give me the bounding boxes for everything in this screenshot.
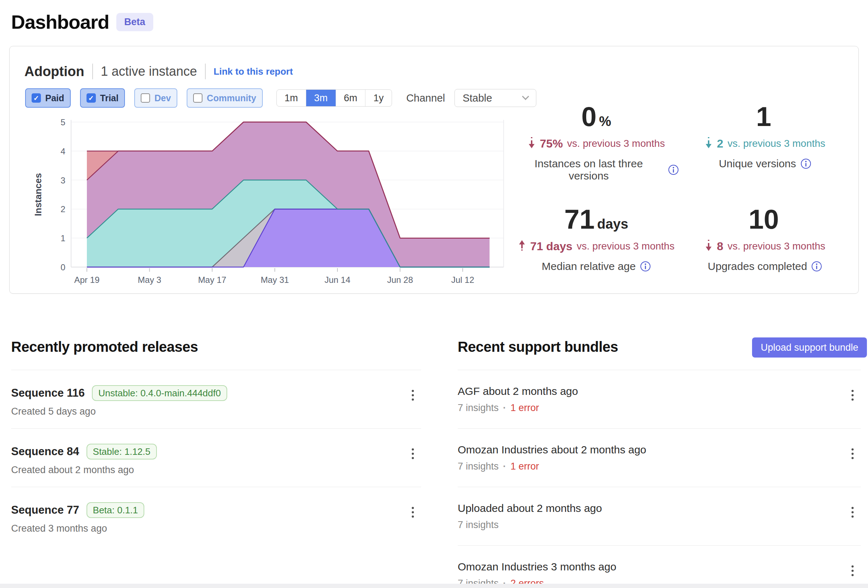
checkbox-icon: ✓ <box>32 93 41 103</box>
range-3m[interactable]: 3m <box>306 90 336 106</box>
bundle-row[interactable]: AGF about 2 months ago 7 insights · 1 er… <box>458 370 861 428</box>
channel-value: Stable <box>463 92 492 104</box>
bundle-row[interactable]: Omozan Industries about 2 months ago 7 i… <box>458 428 861 487</box>
stat-unique-versions: 1 2 vs. previous 3 months Unique version… <box>679 103 851 182</box>
range-6m[interactable]: 6m <box>336 90 365 106</box>
stat-unit: days <box>597 216 628 232</box>
stat-value: 71 <box>564 206 595 233</box>
time-range-selector: 1m 3m 6m 1y <box>276 89 392 106</box>
info-icon[interactable] <box>811 261 822 272</box>
kebab-menu[interactable] <box>408 504 418 520</box>
kebab-menu[interactable] <box>848 563 857 579</box>
bundle-row[interactable]: Omozan Industries 3 months ago 7 insight… <box>458 545 861 588</box>
stat-median-relative-age: 71 days 71 days vs. previous 3 months Me… <box>514 206 679 272</box>
trend-arrow-icon <box>528 137 536 151</box>
bundle-insights: 7 insights <box>458 461 499 472</box>
y-tick-label: 2 <box>61 204 65 214</box>
x-tick-label: May 17 <box>198 275 226 285</box>
link-to-report[interactable]: Link to this report <box>214 66 293 77</box>
stat-label: Instances on last three versions <box>514 158 664 182</box>
stat-trend: 8 vs. previous 3 months <box>679 239 851 253</box>
filter-chip-trial[interactable]: ✓ Trial <box>80 88 125 108</box>
adoption-card: Adoption 1 active instance Link to this … <box>9 46 859 294</box>
bundles-list: AGF about 2 months ago 7 insights · 1 er… <box>458 370 861 588</box>
release-row[interactable]: Sequence 116 Unstable: 0.4.0-main.444ddf… <box>11 370 421 428</box>
y-tick-label: 0 <box>61 262 65 272</box>
release-created: Created 3 months ago <box>11 523 421 534</box>
x-tick-label: Jul 12 <box>451 275 474 285</box>
info-icon[interactable] <box>668 164 679 175</box>
filter-chip-paid[interactable]: ✓ Paid <box>25 88 71 108</box>
release-title: Sequence 84 <box>11 445 79 458</box>
channel-label: Channel <box>406 92 445 104</box>
release-row[interactable]: Sequence 84 Stable: 1.12.5 Created about… <box>11 428 421 487</box>
kebab-menu[interactable] <box>848 387 857 403</box>
beta-badge: Beta <box>116 13 153 31</box>
bundle-title: Uploaded about 2 months ago <box>458 502 602 514</box>
adoption-header: Adoption 1 active instance Link to this … <box>24 64 293 79</box>
kebab-menu[interactable] <box>408 446 418 462</box>
stat-trend: 2 vs. previous 3 months <box>679 137 851 151</box>
filter-chip-dev[interactable]: Dev <box>134 88 177 108</box>
bundle-title: Omozan Industries 3 months ago <box>458 561 616 573</box>
stat-label: Unique versions <box>719 158 796 170</box>
x-tick-label: May 31 <box>261 275 289 285</box>
bundle-insights: 7 insights <box>458 402 499 414</box>
releases-list: Sequence 116 Unstable: 0.4.0-main.444ddf… <box>11 370 421 545</box>
bottom-section-edge <box>0 584 868 588</box>
filter-label: Trial <box>100 93 118 103</box>
dot-separator: · <box>503 402 506 414</box>
upload-support-bundle-button[interactable]: Upload support bundle <box>752 337 867 358</box>
stat-label: Median relative age <box>542 260 636 272</box>
checkbox-icon: ✓ <box>87 93 96 103</box>
stat-upgrades-completed: 10 8 vs. previous 3 months Upgrades comp… <box>679 206 851 272</box>
chevron-down-icon <box>522 93 529 100</box>
x-tick-label: Apr 19 <box>74 275 100 285</box>
divider <box>92 64 93 79</box>
release-title: Sequence 77 <box>11 504 79 517</box>
stat-unit: % <box>599 114 611 129</box>
y-tick-label: 1 <box>61 233 65 243</box>
kebab-menu[interactable] <box>848 446 857 462</box>
stat-instances-last-three-versions: 0 % 75% vs. previous 3 months Instances … <box>514 103 679 182</box>
kebab-menu[interactable] <box>408 387 418 403</box>
support-bundles-section: Recent support bundles Upload support bu… <box>458 339 861 355</box>
range-1m[interactable]: 1m <box>277 90 306 106</box>
info-icon[interactable] <box>800 158 811 169</box>
trend-arrow-icon <box>705 239 713 253</box>
stat-trend: 75% vs. previous 3 months <box>514 137 679 151</box>
y-axis-title: Instances <box>32 173 43 216</box>
adoption-title: Adoption <box>24 64 84 79</box>
filter-label: Paid <box>45 93 64 103</box>
release-created: Created about 2 months ago <box>11 464 421 476</box>
trend-arrow-icon <box>518 239 526 253</box>
info-icon[interactable] <box>640 261 651 272</box>
x-tick-label: Jun 14 <box>325 275 350 285</box>
bundle-title: Omozan Industries about 2 months ago <box>458 444 646 456</box>
trend-arrow-icon <box>705 137 713 151</box>
adoption-stats: 0 % 75% vs. previous 3 months Instances … <box>514 103 851 272</box>
releases-heading: Recently promoted releases <box>11 339 421 355</box>
kebab-menu[interactable] <box>848 504 857 520</box>
y-tick-label: 3 <box>61 176 65 185</box>
bundle-row[interactable]: Uploaded about 2 months ago 7 insights · <box>458 487 861 545</box>
active-instance-count: 1 active instance <box>101 64 197 79</box>
filter-label: Community <box>207 93 256 103</box>
stat-value: 10 <box>748 206 779 233</box>
filter-row: ✓ Paid ✓ Trial Dev Community 1m 3m 6m 1y <box>25 88 536 108</box>
x-tick-label: May 3 <box>138 275 161 285</box>
bundle-errors: 1 error <box>511 461 539 472</box>
bundle-insights: 7 insights <box>458 519 499 530</box>
page-header: Dashboard Beta <box>11 11 153 33</box>
y-tick-label: 4 <box>61 146 65 156</box>
releases-section: Recently promoted releases Sequence 116 … <box>11 339 421 355</box>
range-1y[interactable]: 1y <box>365 90 392 106</box>
filter-chip-community[interactable]: Community <box>187 88 263 108</box>
divider <box>205 64 206 79</box>
x-tick-label: Jun 28 <box>387 275 413 285</box>
checkbox-icon <box>193 93 202 103</box>
y-tick-label: 5 <box>61 117 65 127</box>
release-row[interactable]: Sequence 77 Beta: 0.1.1 Created 3 months… <box>11 487 421 545</box>
bundle-title: AGF about 2 months ago <box>458 385 578 397</box>
bundle-errors: 1 error <box>511 402 539 414</box>
